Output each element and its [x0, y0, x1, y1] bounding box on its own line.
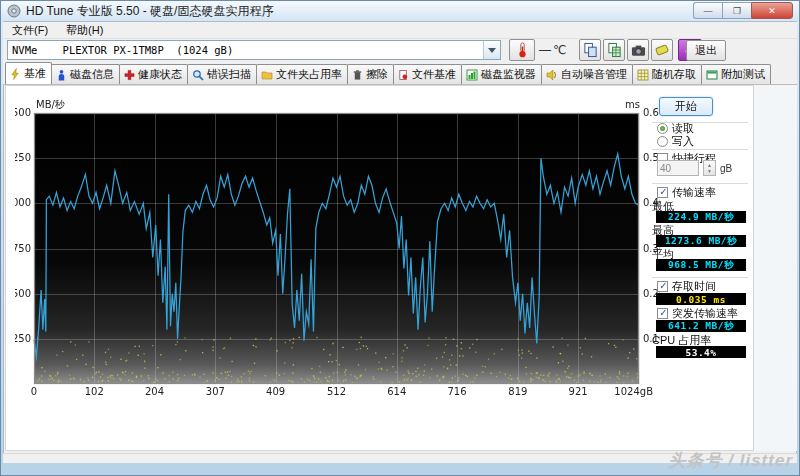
- right-strip: [754, 85, 797, 451]
- maximize-button[interactable]: ❐: [722, 2, 751, 19]
- lightning-icon: [10, 68, 21, 80]
- menu-help[interactable]: 帮助(H): [57, 22, 112, 39]
- menu-file[interactable]: 文件(F): [3, 22, 57, 39]
- copy-table-icon: [607, 42, 622, 58]
- screenshot-button[interactable]: [627, 39, 649, 61]
- extra-tests-icon: [706, 69, 718, 81]
- copy-pages-icon: [583, 42, 598, 58]
- write-radio[interactable]: [657, 136, 668, 147]
- tab-extra-tests[interactable]: 附加测试: [701, 64, 771, 84]
- write-option[interactable]: 写入: [657, 135, 694, 147]
- close-button[interactable]: ✕: [751, 2, 793, 19]
- temperature-unit: ℃: [553, 43, 566, 57]
- max-value: 1273.6 MB/秒: [656, 235, 746, 247]
- save-button[interactable]: [651, 39, 673, 61]
- disk-monitor-icon: [466, 69, 478, 81]
- drive-select-value: NVMe PLEXTOR PX-1TM8P (1024 gB): [8, 44, 483, 56]
- random-access-icon: [637, 69, 649, 81]
- file-benchmark-icon: [398, 69, 409, 81]
- folder-icon: [261, 69, 273, 81]
- menu-bar: 文件(F) 帮助(H): [3, 22, 797, 39]
- save-file-icon: [654, 42, 670, 58]
- burst-rate-value: 641.2 MB/秒: [656, 320, 746, 332]
- app-window: HD Tune 专业版 5.50 - 硬盘/固态硬盘实用程序 — ❐ ✕ 文件(…: [0, 0, 800, 476]
- tab-health[interactable]: 健康状态: [119, 64, 188, 84]
- chevron-down-icon[interactable]: [483, 41, 500, 59]
- tab-disk-monitor[interactable]: 磁盘监视器: [461, 64, 542, 84]
- transfer-rate-option[interactable]: 传输速率: [657, 186, 716, 198]
- drive-select[interactable]: NVMe PLEXTOR PX-1TM8P (1024 gB): [7, 40, 501, 60]
- thermometer-icon: [515, 42, 529, 58]
- temperature-value: —: [539, 43, 551, 57]
- temperature-button[interactable]: [509, 39, 535, 61]
- burst-rate-option[interactable]: 突发传输速率: [657, 307, 738, 319]
- camera-icon: [631, 43, 646, 58]
- scan-magnifier-icon: [192, 69, 204, 81]
- start-button[interactable]: 开始: [659, 97, 713, 116]
- tab-file-benchmark[interactable]: 文件基准: [393, 64, 462, 84]
- tab-random-access[interactable]: 随机存取: [632, 64, 702, 84]
- transfer-rate-checkbox[interactable]: [657, 187, 668, 198]
- access-time-option[interactable]: 存取时间: [657, 280, 716, 292]
- stepper-buttons[interactable]: ▲▼: [703, 160, 716, 176]
- tab-error-scan[interactable]: 错误扫描: [187, 64, 257, 84]
- read-option[interactable]: 读取: [657, 122, 694, 134]
- toolbar: NVMe PLEXTOR PX-1TM8P (1024 gB) — ℃: [3, 39, 797, 63]
- tab-benchmark[interactable]: 基准: [5, 62, 52, 84]
- benchmark-chart: [15, 97, 660, 399]
- tab-erase[interactable]: 擦除: [347, 64, 394, 84]
- erase-trash-icon: [352, 69, 363, 81]
- copy-data-button[interactable]: [603, 39, 625, 61]
- tab-folder-usage[interactable]: 文件夹占用率: [256, 64, 348, 84]
- tab-disk-info[interactable]: 磁盘信息: [51, 64, 120, 84]
- aam-speaker-icon: [546, 69, 558, 81]
- short-stroke-input[interactable]: [657, 160, 699, 176]
- burst-rate-checkbox[interactable]: [657, 308, 668, 319]
- watermark: 头条号 / listter: [669, 449, 793, 472]
- avg-value: 968.5 MB/秒: [656, 259, 746, 271]
- tab-bar: 基准 磁盘信息 健康状态 错误扫描 文件夹占用率 擦除 文件基准 磁盘监视器: [3, 63, 797, 85]
- window-title: HD Tune 专业版 5.50 - 硬盘/固态硬盘实用程序: [26, 3, 273, 20]
- title-bar: HD Tune 专业版 5.50 - 硬盘/固态硬盘实用程序 — ❐ ✕: [1, 1, 799, 21]
- disk-info-icon: [56, 69, 67, 81]
- health-cross-icon: [124, 69, 135, 81]
- minimize-button[interactable]: —: [693, 2, 722, 19]
- access-time-checkbox[interactable]: [657, 281, 668, 292]
- min-value: 224.9 MB/秒: [656, 211, 746, 223]
- exit-button[interactable]: 退出: [686, 40, 726, 61]
- read-radio[interactable]: [657, 123, 668, 134]
- access-time-value: 0.035 ms: [656, 293, 746, 305]
- tab-aam[interactable]: 自动噪音管理: [541, 64, 633, 84]
- copy-screenshot-button[interactable]: [579, 39, 601, 61]
- cpu-usage-value: 53.4%: [656, 346, 746, 358]
- short-stroke-unit: gB: [720, 163, 732, 174]
- app-icon: [7, 4, 21, 18]
